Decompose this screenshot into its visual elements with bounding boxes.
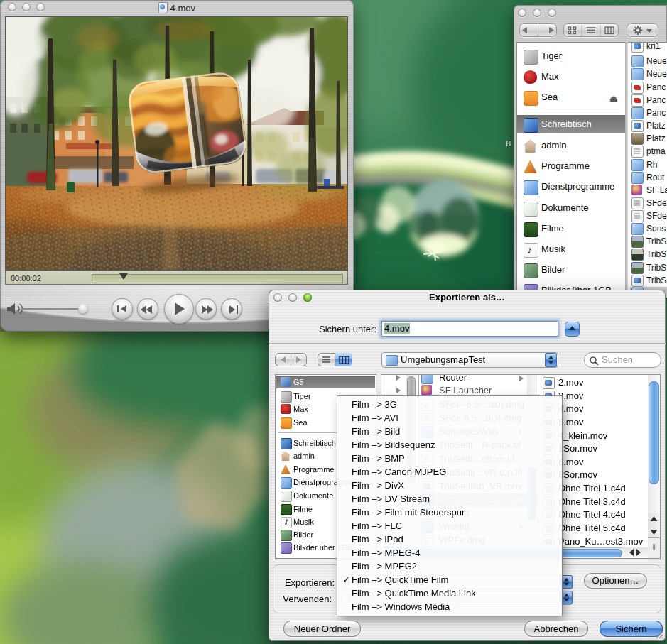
- svg-text:B: B: [506, 139, 511, 148]
